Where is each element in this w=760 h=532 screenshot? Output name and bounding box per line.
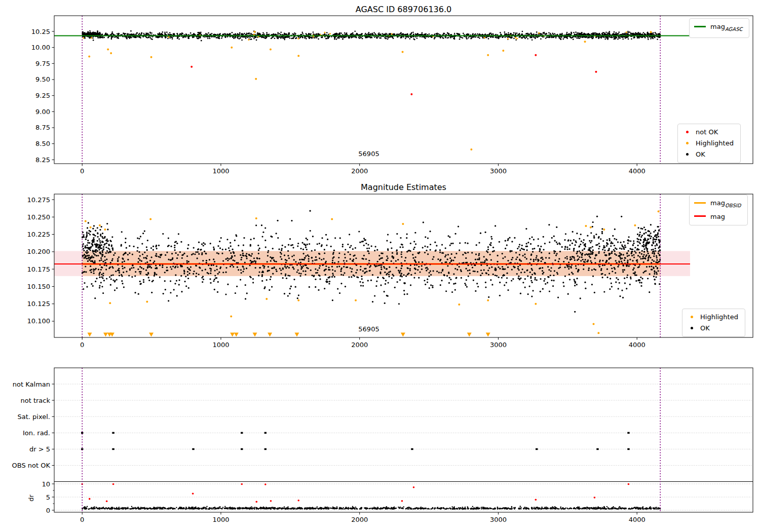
legend-label: magAGASC [710,23,742,30]
highlighted-point [230,315,232,317]
not-ok-point [191,66,193,68]
legend-label: magOBSID [710,199,741,207]
dr-not-ok-point [594,497,596,499]
ion-rad-flag [112,432,114,434]
dr-tick-label: 5 [46,493,50,501]
highlighted-point [88,55,90,57]
x-tick-label: 1000 [212,341,229,349]
y-tick-label: 10.200 [27,248,51,255]
highlighted-point [146,301,148,303]
legend-item: Highlighted [682,138,734,149]
x-tick-label: 4000 [629,516,645,523]
dr-not-ok-point [535,499,537,501]
x-tick-label: 1000 [212,167,229,175]
below-range-marker [401,333,405,337]
legend-mag-lines: magOBSID mag [689,195,748,225]
highlighted-point [597,332,599,334]
dr-gt5-flag [241,448,243,450]
y-tick-label: 10.00 [31,44,50,51]
not-ok-point [410,93,412,95]
y-tick-label: 9.75 [35,60,50,67]
below-range-marker [294,333,299,337]
highlighted-point [402,223,404,225]
y-tick-label: 10.125 [27,300,51,308]
dr-gt5-flag [264,448,267,450]
highlighted-point [104,229,106,231]
highlighted-point [502,50,504,52]
dr-not-ok-point [112,483,115,485]
highlighted-point [253,31,255,33]
legend-item: magAGASC [694,21,742,35]
dr-not-ok-point [628,483,630,485]
legend-label: mag [710,213,725,220]
flag-category-label: OBS not OK [12,462,51,469]
dr-not-ok-point [401,500,403,502]
ion-rad-flag [81,432,83,434]
below-range-marker [230,333,235,337]
dr-not-ok-point [297,500,299,502]
dr-gt5-flag [536,448,538,450]
not-ok-dot-swatch [686,131,689,133]
highlighted-point [402,51,404,53]
dr-tick-label: 10 [42,480,50,488]
x-tick-label: 0 [80,341,84,349]
highlighted-point [584,41,586,43]
legend-item: OK [682,149,734,160]
y-tick-label: 8.75 [35,124,50,131]
highlighted-point [231,47,233,49]
legend-item: not OK [682,127,734,138]
highlighted-point [265,298,268,300]
x-tick-label: 2000 [351,516,368,523]
highlighted-point [107,48,109,50]
ok-dot-swatch [686,153,689,156]
below-range-marker [486,333,490,337]
ion-rad-flag [264,432,267,434]
highlighted-point [331,218,333,220]
below-range-marker [268,333,272,337]
highlighted-point [650,31,652,33]
dr-gt5-flag [192,448,194,450]
highlighted-point [99,224,101,226]
dr-not-ok-point [256,501,258,503]
dr-gt5-flag [596,448,598,450]
dr-gt5-flag [112,448,114,450]
highlighted-point [603,229,605,231]
dr-not-ok-point [241,483,243,485]
legend-item: OK [687,323,738,334]
dr-not-ok-point [192,492,194,495]
y-tick-label: 10.275 [27,196,51,204]
dr-axis-label: dr [27,495,35,502]
ok-dot-swatch [691,327,693,329]
legend-item: Highlighted [687,312,738,323]
not-ok-point [535,54,537,56]
middle-plot-title: Magnitude Estimates [54,182,753,192]
y-tick-label: 10.100 [27,317,51,325]
y-tick-label: 9.25 [35,92,50,99]
highlighted-point [487,54,489,56]
mag-obsid-line-swatch [694,202,706,204]
mag-agasc-line-swatch [694,26,706,27]
below-range-marker [149,333,154,337]
legend-label: OK [700,324,710,332]
highlighted-point [255,217,257,219]
top-plot-title: AGASC ID 689706136.0 [54,5,753,14]
dr-not-ok-point [270,500,272,502]
highlighted-point [458,303,460,306]
y-tick-label: 10.25 [31,28,50,35]
y-tick-label: 10.250 [27,213,51,221]
highlighted-point [297,299,299,301]
highlighted-point [470,148,472,150]
highlighted-dot-swatch [686,142,689,144]
highlighted-point [585,225,587,227]
legend-label: not OK [696,128,718,136]
y-tick-label: 8.25 [35,156,50,164]
ion-rad-flag [627,432,629,434]
flag-category-label: dr > 5 [29,445,50,453]
highlighted-point [297,55,299,57]
figure: 0100020003000400001000200030004000010002… [0,0,760,532]
dr-not-ok-point [89,498,91,500]
dr-not-ok-point [106,501,108,503]
x-tick-label: 4000 [629,341,645,349]
x-tick-label: 0 [80,516,84,523]
highlighted-point [110,52,112,54]
